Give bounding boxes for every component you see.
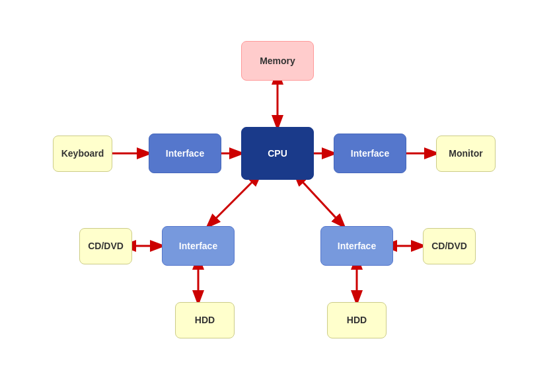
interface-left-label: Interface xyxy=(166,148,204,159)
svg-line-5 xyxy=(208,180,254,226)
interface-left-node: Interface xyxy=(149,134,221,173)
cddvd-right-label: CD/DVD xyxy=(431,241,467,251)
monitor-label: Monitor xyxy=(449,148,482,159)
diagram-container: Memory CPU Interface Interface Keyboard … xyxy=(20,15,535,378)
interface-right-node: Interface xyxy=(334,134,406,173)
hdd-right-label: HDD xyxy=(347,315,367,325)
interface-right-label: Interface xyxy=(351,148,389,159)
interface-bl-node: Interface xyxy=(162,226,235,266)
cpu-node: CPU xyxy=(241,127,314,180)
monitor-node: Monitor xyxy=(436,136,496,172)
hdd-left-node: HDD xyxy=(175,302,235,338)
interface-br-label: Interface xyxy=(338,241,376,251)
interface-br-node: Interface xyxy=(320,226,393,266)
keyboard-label: Keyboard xyxy=(61,148,104,159)
hdd-right-node: HDD xyxy=(327,302,387,338)
cddvd-left-node: CD/DVD xyxy=(79,228,132,264)
hdd-left-label: HDD xyxy=(195,315,215,325)
memory-node: Memory xyxy=(241,41,314,81)
cddvd-right-node: CD/DVD xyxy=(423,228,476,264)
svg-line-6 xyxy=(301,180,344,226)
cpu-label: CPU xyxy=(268,148,287,159)
memory-label: Memory xyxy=(260,56,295,66)
interface-bl-label: Interface xyxy=(179,241,217,251)
keyboard-node: Keyboard xyxy=(53,136,112,172)
cddvd-left-label: CD/DVD xyxy=(88,241,124,251)
